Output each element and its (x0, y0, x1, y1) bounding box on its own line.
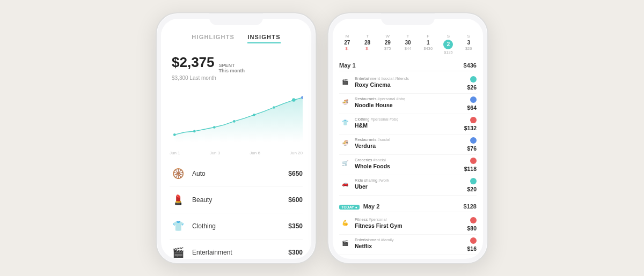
list-item[interactable]: 🍜 Restaurants #social Verdura $76 (339, 135, 477, 155)
txn-details: Fitness #personal Fitness First Gym (355, 217, 467, 229)
svg-point-2 (213, 126, 216, 129)
txn-details: Groceries #social Whole Foods (355, 158, 464, 169)
transaction-list: May 1 $436 🎬 Entertainment #social #frie… (333, 58, 483, 259)
cal-day-fri[interactable]: F 1 $436 (418, 34, 438, 55)
txn-hashtags: #social #friends (381, 76, 409, 81)
list-item[interactable]: 🍜 Restaurants #personal #bbq Noodle Hous… (339, 94, 477, 114)
txn-icon-hm: 👕 (339, 117, 351, 129)
category-amount: $600 (288, 196, 303, 204)
cal-day-wed[interactable]: W 29 $75 (377, 34, 398, 55)
phone-inner-insights: HIGHLIGHTS INSIGHTS $2,375 SPENT This mo… (161, 19, 311, 259)
list-item[interactable]: 🎬 Entertainment #social #friends Roxy Ci… (339, 73, 477, 94)
cal-day-amount: $- (346, 46, 349, 51)
txn-amount: $16 (467, 245, 477, 252)
txn-icon-gym: 💪 (339, 217, 351, 229)
txn-dot (470, 137, 477, 144)
txn-type: Groceries (355, 158, 372, 162)
spending-header: $2,375 SPENT This month $3,300 Last mont… (161, 48, 311, 86)
category-icon-clothing: 👕 (170, 218, 187, 235)
cal-day-number: 28 (364, 40, 370, 46)
list-item: 🛞 Auto $650 (170, 161, 303, 187)
txn-amount: $118 (464, 166, 477, 172)
list-item[interactable]: 🛒 Groceries #social Whole Foods $32 (339, 255, 477, 259)
cal-day-number: 30 (405, 40, 411, 46)
cal-day-name: S (467, 34, 470, 39)
cal-day-mon[interactable]: M 27 $- (337, 34, 357, 55)
txn-tags: Fitness #personal (355, 217, 467, 222)
cal-day-amount: $126 (444, 50, 453, 55)
category-name: Beauty (192, 196, 288, 204)
txn-amount: $80 (467, 225, 477, 232)
phone-notch-2 (381, 13, 435, 25)
txn-details: Restaurants #social Verdura (355, 137, 467, 149)
txn-tags: Clothing #personal #bbq (355, 117, 464, 122)
chart-labels: Jun 1 Jun 3 Jun 6 Jun 20 (161, 150, 311, 156)
date-label: May 1 (339, 62, 356, 69)
chart-label-4: Jun 20 (290, 151, 303, 155)
cal-day-sat[interactable]: S 2 $126 (438, 34, 459, 55)
txn-amount: $26 (467, 84, 477, 91)
txn-tags: Entertainment #social #friends (355, 76, 467, 81)
txn-right: $132 (464, 117, 477, 131)
category-name: Auto (192, 170, 288, 177)
txn-amount: $76 (467, 145, 477, 152)
txn-icon-wholefoods2: 🛒 (339, 258, 351, 259)
cal-day-name: M (346, 34, 349, 39)
txn-dot (470, 237, 477, 244)
txn-amount: $132 (464, 125, 477, 131)
txn-name: Noodle House (355, 102, 467, 108)
txn-name: Fitness First Gym (355, 222, 467, 229)
txn-dot (470, 117, 477, 123)
txn-right: $20 (467, 178, 477, 192)
txn-hashtags: #personal #bbq (378, 96, 406, 101)
tab-highlights[interactable]: HIGHLIGHTS (192, 34, 235, 43)
phone-inner-transactions: M 27 $- T 28 $- W 29 $75 T 30 $44 (333, 19, 483, 259)
cal-day-number: 27 (344, 40, 350, 46)
txn-right: $64 (467, 96, 477, 111)
date-total-may2: $128 (464, 203, 477, 210)
phones-container: HIGHLIGHTS INSIGHTS $2,375 SPENT This mo… (145, 2, 499, 275)
cal-day-amount: $75 (384, 46, 391, 51)
txn-dot (470, 178, 477, 184)
cal-day-name: T (407, 34, 409, 39)
chart-label-2: Jun 3 (210, 151, 221, 155)
txn-dot (470, 258, 477, 259)
txn-right: $32 (467, 258, 477, 259)
txn-name: H&M (355, 122, 464, 129)
txn-tags: Groceries #social (355, 258, 467, 259)
txn-tags: Restaurants #personal #bbq (355, 96, 467, 101)
txn-icon-noodle: 🍜 (339, 96, 351, 108)
phone-insights: HIGHLIGHTS INSIGHTS $2,375 SPENT This mo… (156, 12, 317, 264)
cal-day-name: S (447, 34, 450, 39)
svg-point-0 (173, 133, 176, 136)
txn-dot (470, 76, 477, 83)
phone-notch (209, 13, 263, 25)
list-item[interactable]: 🎬 Entertainment #family Netflix $16 (339, 235, 477, 255)
svg-point-6 (292, 98, 295, 101)
category-amount: $650 (288, 170, 303, 177)
txn-type: Groceries (355, 258, 372, 259)
list-item[interactable]: 🚗 Ride sharing #work Uber $20 (339, 175, 477, 196)
tab-insights[interactable]: INSIGHTS (247, 34, 281, 43)
svg-point-3 (233, 120, 236, 123)
cal-day-tue[interactable]: T 28 $- (357, 34, 378, 55)
category-amount: $350 (288, 222, 303, 230)
spending-label: SPENT This month (219, 63, 245, 74)
date-text: May 2 (363, 203, 380, 210)
list-item[interactable]: 🛒 Groceries #social Whole Foods $118 (339, 155, 477, 175)
txn-type: Entertainment (355, 237, 380, 242)
cal-day-name: T (366, 34, 369, 39)
txn-dot (470, 217, 477, 223)
list-item[interactable]: 👕 Clothing #personal #bbq H&M $132 (339, 114, 477, 135)
cal-day-amount: $436 (423, 46, 433, 51)
cal-day-thu[interactable]: T 30 $44 (398, 34, 418, 55)
cal-day-sun[interactable]: S 3 $26 (458, 34, 479, 55)
category-name: Clothing (192, 222, 288, 230)
list-item[interactable]: 💪 Fitness #personal Fitness First Gym $8… (339, 214, 477, 235)
txn-dot (470, 96, 477, 103)
cal-day-number: 3 (467, 40, 470, 46)
txn-tags: Entertainment #family (355, 237, 467, 242)
txn-icon-uber: 🚗 (339, 178, 351, 190)
txn-right: $118 (464, 158, 477, 172)
txn-details: Entertainment #family Netflix (355, 237, 467, 249)
